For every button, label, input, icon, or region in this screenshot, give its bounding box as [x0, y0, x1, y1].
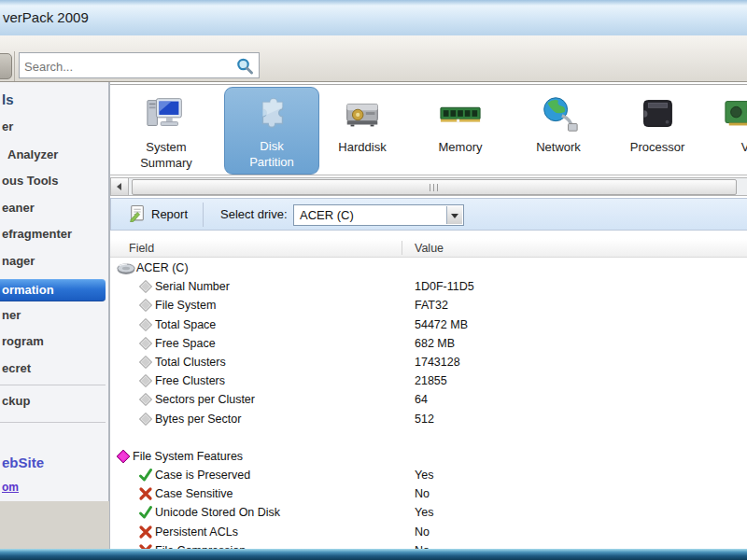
sidebar-item[interactable]: ous Tools	[2, 174, 58, 188]
field-value: Yes	[415, 469, 433, 482]
table-row[interactable]: File System Features	[110, 447, 747, 466]
computer-icon	[120, 89, 213, 139]
report-icon	[128, 204, 146, 225]
diamond-icon	[138, 355, 154, 371]
diamond-icon	[138, 336, 154, 352]
scrollbar-thumb[interactable]	[132, 179, 737, 195]
diamond-icon	[138, 279, 154, 295]
field-value: Yes	[415, 506, 433, 519]
horizontal-scrollbar[interactable]	[110, 177, 747, 196]
field-label: Free Space	[155, 337, 216, 350]
field-value: 64	[415, 393, 428, 406]
toolbar-partial-icon[interactable]	[0, 53, 12, 79]
category-memory[interactable]: Memory	[414, 89, 507, 173]
sidebar-item-selected[interactable]: ormation	[0, 279, 106, 301]
report-button[interactable]: Report	[120, 203, 195, 226]
category-partition[interactable]: DiskPartition	[224, 87, 319, 175]
diamond-icon	[138, 412, 154, 427]
harddisk-icon	[316, 89, 409, 139]
toolbar-separator	[14, 51, 15, 81]
title-bar: verPack 2009	[0, 0, 747, 35]
sidebar-item[interactable]: nager	[2, 254, 35, 268]
video-icon	[698, 89, 747, 139]
category-strip: SystemSummaryDiskPartitionHarddiskMemory…	[110, 84, 747, 175]
sidebar-item[interactable]: ckup	[2, 394, 30, 408]
network-icon	[512, 89, 605, 139]
category-harddisk[interactable]: Harddisk	[316, 89, 409, 173]
partition-icon	[225, 88, 318, 138]
column-divider[interactable]	[402, 241, 402, 255]
table-row[interactable]: Bytes per Sector512	[110, 410, 747, 428]
table-row[interactable]: Free Space682 MB	[110, 334, 747, 353]
table-row[interactable]: Free Clusters21855	[110, 371, 747, 390]
left-arrow-icon	[117, 183, 121, 190]
window-title: verPack 2009	[3, 9, 89, 25]
category-network[interactable]: Network	[512, 89, 605, 173]
diamondMagenta-icon	[116, 449, 132, 465]
column-header-field[interactable]: Field	[129, 242, 154, 255]
scroll-left-button[interactable]	[111, 178, 129, 195]
diamond-icon	[138, 317, 154, 333]
sidebar-item[interactable]: Analyzer	[7, 147, 58, 161]
field-label: Case Sensitive	[155, 487, 233, 500]
sidebar-link[interactable]: om	[2, 481, 19, 494]
sidebar-item[interactable]: efragmenter	[2, 227, 72, 241]
field-label: ACER (C)	[136, 261, 189, 274]
disk-icon	[116, 260, 132, 276]
table-row[interactable]: Total Clusters1743128	[110, 353, 747, 371]
diamond-icon	[138, 373, 154, 389]
table-row[interactable]: File SystemFAT32	[110, 296, 747, 315]
top-toolbar	[0, 35, 747, 82]
table-row[interactable]: Case SensitiveNo	[110, 484, 747, 503]
field-label: Total Space	[155, 318, 216, 331]
window-bottom-edge	[0, 549, 747, 560]
search-icon[interactable]	[235, 57, 254, 76]
field-label: File System	[155, 299, 216, 312]
field-value: 1D0F-11D5	[415, 280, 474, 293]
field-value: No	[415, 487, 430, 500]
sidebar-header2: ebSite	[2, 455, 44, 470]
table-row[interactable]: Unicode Stored On DiskYes	[110, 503, 747, 522]
category-video[interactable]: V	[698, 89, 747, 173]
category-label: Network	[512, 139, 605, 155]
sidebar-item[interactable]: ecret	[2, 361, 31, 375]
category-label: Processor	[611, 139, 704, 155]
field-label: Total Clusters	[155, 356, 226, 369]
sidebar-header: ls	[2, 91, 14, 107]
drive-select-dropdown[interactable]: ACER (C)	[293, 204, 464, 226]
field-value: No	[415, 525, 430, 539]
table-row[interactable]: ACER (C)	[110, 259, 747, 277]
table-header: Field Value	[110, 239, 747, 258]
field-label: Sectors per Cluster	[155, 393, 255, 406]
search-input[interactable]	[20, 54, 227, 78]
window-background	[0, 501, 109, 551]
search-box[interactable]	[19, 52, 260, 78]
category-computer[interactable]: SystemSummary	[120, 89, 213, 173]
field-label: Serial Number	[155, 280, 230, 293]
main-content: SystemSummaryDiskPartitionHarddiskMemory…	[109, 82, 747, 551]
sidebar-item[interactable]: er	[2, 119, 13, 133]
category-label: DiskPartition	[225, 138, 318, 170]
table-row[interactable]: Total Space54472 MB	[110, 315, 747, 334]
table-row[interactable]: Sectors per Cluster64	[110, 390, 747, 409]
field-value: 21855	[415, 374, 447, 387]
table-row[interactable]: Serial Number1D0F-11D5	[110, 277, 747, 296]
field-label: Free Clusters	[155, 374, 225, 387]
memory-icon	[414, 89, 507, 139]
sidebar-item[interactable]: eaner	[2, 201, 35, 215]
processor-icon	[611, 89, 704, 139]
category-label: Harddisk	[316, 139, 409, 155]
field-label: Unicode Stored On Disk	[155, 506, 280, 519]
table-row[interactable]: Case is PreservedYes	[110, 466, 747, 484]
sidebar-item[interactable]: rogram	[2, 334, 44, 348]
table-row	[110, 428, 747, 447]
table-row[interactable]: Persistent ACLsNo	[110, 523, 747, 541]
dropdown-button[interactable]	[446, 206, 462, 224]
category-processor[interactable]: Processor	[611, 89, 704, 173]
column-header-value[interactable]: Value	[415, 242, 444, 255]
sidebar-item[interactable]: ner	[2, 308, 21, 322]
select-drive-label: Select drive:	[220, 207, 288, 221]
field-label: Case is Preserved	[155, 469, 250, 482]
check-icon	[138, 468, 154, 483]
toolbar-separator	[203, 203, 204, 227]
